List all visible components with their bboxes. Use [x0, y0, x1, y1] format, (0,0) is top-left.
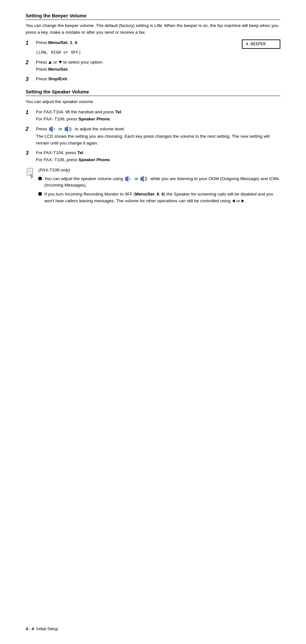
beeper-steps: 1 Press Menu/Set, 1, 4. 4.BEEPER (LOW, H… [26, 39, 280, 83]
beeper-section: Setting the Beeper Volume You can change… [26, 13, 280, 83]
note-header: (FAX-T106 only) [38, 167, 280, 173]
key-1: 1 [70, 40, 72, 45]
note-pencil-icon [26, 168, 36, 180]
note-content: (FAX-T106 only) You can adjust the speak… [38, 167, 280, 207]
speaker-step-number-3: 3 [26, 150, 35, 157]
speaker-section: Setting the Speaker Volume You can adjus… [26, 89, 280, 207]
note-bullet-2-text: If you turn Incoming Recording Monitor t… [44, 191, 280, 204]
beeper-step-3: 3 Press Stop/Exit. [26, 76, 280, 83]
beeper-default-value: LOW [154, 23, 162, 28]
beeper-title: Setting the Beeper Volume [26, 13, 280, 20]
key-8: 8 [157, 192, 159, 196]
speaker-step-2-content: Press or to adjust the volume [36, 126, 280, 146]
step-number-3: 3 [26, 76, 35, 83]
speaker-step-1: 1 For FAX-T104, lift the handset and pre… [26, 109, 280, 123]
stop-exit-key: Stop/Exit [48, 76, 67, 81]
left-arrow-icon [232, 199, 235, 203]
note-bullet-1: You can adjust the speaker volume using … [38, 176, 280, 189]
svg-marker-9 [125, 176, 128, 182]
right-arrow-icon [242, 199, 244, 203]
svg-line-10 [129, 178, 131, 180]
speaker-step-1-content: For FAX-T104, lift the handset and press… [36, 109, 280, 123]
speaker-step-3-sub: For FAX- T106, press Speaker Phone. [36, 157, 280, 163]
speaker-step-1-sub: For FAX- T106, press Speaker Phone. [36, 116, 280, 122]
off-value: OFF [125, 192, 132, 197]
beeper-step-2: 2 Press or to select your option. Press … [26, 59, 280, 73]
speaker-phone-key-2: Speaker Phone [79, 157, 110, 162]
footer-label: Initial Setup [36, 626, 58, 631]
speaker-title: Setting the Speaker Volume [26, 89, 280, 96]
svg-marker-0 [49, 126, 53, 132]
speaker-step-3-content: For FAX-T104, press Tel. For FAX- T106, … [36, 150, 280, 163]
speaker-step-3: 3 For FAX-T104, press Tel. For FAX- T106… [26, 150, 280, 163]
bullet-square-2 [38, 192, 42, 196]
svg-line-1 [54, 128, 55, 130]
speaker-step-2: 2 Press or to a [26, 126, 280, 146]
svg-rect-3 [27, 168, 33, 175]
step-number-2: 2 [26, 59, 35, 66]
speaker-phone-key: Speaker Phone [79, 117, 110, 121]
beeper-step-1-content: Press Menu/Set, 1, 4. 4.BEEPER (LOW, HIG… [36, 39, 280, 56]
footer-chapter: 4 - 4 [26, 626, 34, 631]
key-6: 6 [162, 192, 164, 196]
vol-up-inline-icon [140, 176, 149, 182]
beeper-options: (LOW, HIGH or OFF) [36, 49, 280, 56]
up-arrow-icon [48, 61, 52, 64]
speaker-step-number-2: 2 [26, 126, 35, 133]
beeper-step-2-content: Press or to select your option. Press Me… [36, 59, 280, 73]
beeper-step-1: 1 Press Menu/Set, 1, 4. 4.BEEPER (LOW, H… [26, 39, 280, 56]
beeper-intro: You can change the beeper volume. The de… [26, 22, 280, 36]
menu-set-key: Menu/Set [48, 40, 67, 45]
speaker-step-2-sub: The LCD shows the setting you are choosi… [36, 133, 280, 146]
vol-up-button [64, 126, 74, 133]
step-number-1: 1 [26, 39, 35, 47]
key-4: 4 [75, 40, 77, 45]
tel-key-2: Tel [77, 150, 83, 155]
svg-marker-11 [140, 176, 144, 182]
speaker-step-number-1: 1 [26, 109, 35, 116]
vol-down-button [48, 126, 57, 133]
beeper-step-3-content: Press Stop/Exit. [36, 76, 280, 82]
note-block: (FAX-T106 only) You can adjust the speak… [26, 167, 280, 207]
speaker-intro: You can adjust the speaker volume. [26, 99, 280, 105]
vol-down-inline-icon [124, 176, 133, 182]
menu-set-ref: Menu/Set [135, 192, 154, 196]
lcd-display: 4.BEEPER [242, 39, 280, 49]
tel-key: Tel [115, 109, 121, 114]
down-arrow-icon [59, 61, 62, 64]
note-bullet-1-text: You can adjust the speaker volume using … [44, 176, 280, 189]
speaker-steps: 1 For FAX-T104, lift the handset and pre… [26, 109, 280, 163]
svg-marker-2 [65, 126, 68, 132]
footer: 4 - 4 Initial Setup [26, 626, 58, 631]
note-bullet-2: If you turn Incoming Recording Monitor t… [38, 191, 280, 204]
bullet-square-1 [38, 177, 42, 180]
beeper-step-2-sub: Press Menu/Set. [36, 66, 280, 73]
